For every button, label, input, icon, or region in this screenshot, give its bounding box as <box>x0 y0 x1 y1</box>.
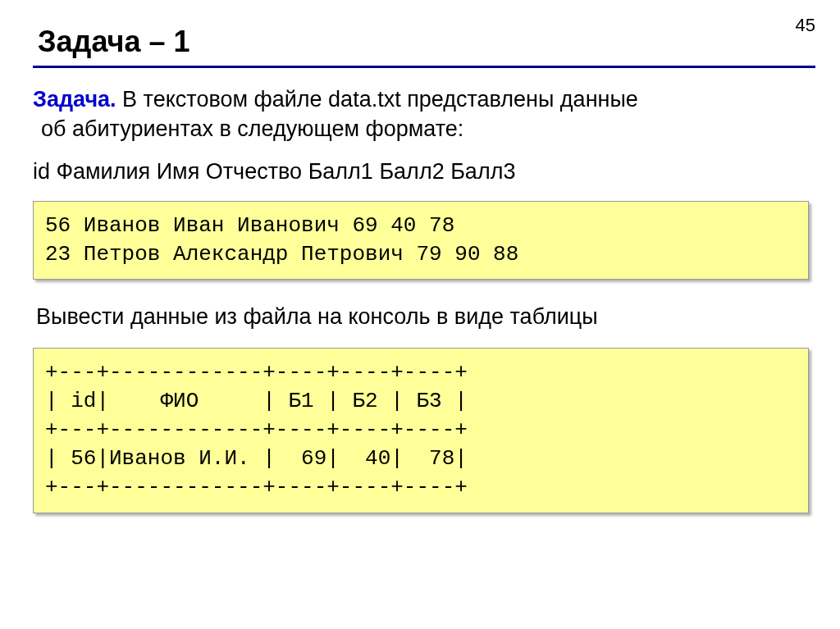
title-underline <box>33 66 815 68</box>
output-table-block: +---+------------+----+----+----+ | id| … <box>33 348 809 513</box>
page-number: 45 <box>796 15 815 36</box>
output-instruction: Вывести данные из файла на консоль в вид… <box>33 304 815 330</box>
task-description: Задача. В текстовом файле data.txt предс… <box>33 84 815 144</box>
input-data-block: 56 Иванов Иван Иванович 69 40 78 23 Петр… <box>33 201 809 280</box>
task-label: Задача. <box>33 87 116 112</box>
task-desc-line2: об абитуриентах в следующем формате: <box>33 116 463 141</box>
format-line: id Фамилия Имя Отчество Балл1 Балл2 Балл… <box>33 159 815 185</box>
page-title: Задача – 1 <box>33 25 815 59</box>
task-desc-line1: В текстовом файле data.txt представлены … <box>116 87 638 112</box>
